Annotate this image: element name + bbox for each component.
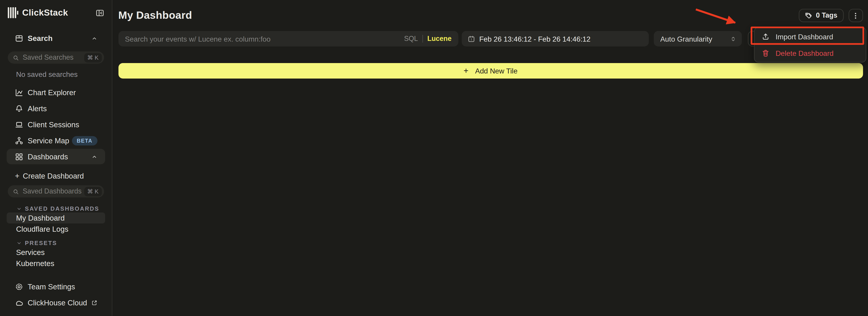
chevron-up-icon [91,35,97,41]
dashboard-menu-button[interactable] [848,9,863,22]
search-section-icon [15,34,23,42]
calendar-icon: 1 [468,35,475,42]
dashboards-grid-icon [15,152,23,161]
menu-item-label: Import Dashboard [775,32,833,41]
select-chevrons-icon [730,36,736,42]
sql-toggle[interactable]: SQL [404,35,418,42]
list-item-label: Kubernetes [16,259,54,268]
trash-icon [762,49,769,57]
bell-icon [15,105,23,113]
section-label: SAVED DASHBOARDS [25,205,99,212]
sidebar-item-alerts[interactable]: Alerts [6,101,105,117]
menu-item-import-dashboard[interactable]: Import Dashboard [754,28,866,45]
sidebar-item-label: Chart Explorer [28,89,76,97]
search-icon [13,55,19,61]
service-map-icon [15,137,23,145]
tags-button[interactable]: 0 Tags [799,9,843,22]
menu-item-label: Delete Dashboard [775,49,833,58]
clickstack-logo-icon [8,7,18,18]
dashboard-actions-menu: Import Dashboard Delete Dashboard [754,27,866,63]
svg-text:1: 1 [470,37,472,41]
preset-list-item-services[interactable]: Services [6,247,105,258]
cloud-icon [15,299,23,307]
main-header: My Dashboard 0 Tags [118,8,863,23]
sidebar-item-label: ClickHouse Cloud [28,299,87,307]
chevron-up-icon [91,153,97,160]
dashboard-list-item-cloudflare-logs[interactable]: Cloudflare Logs [6,223,105,235]
divider [422,35,423,42]
sidebar-nav: Chart Explorer Alerts Client Sessions [6,84,105,164]
sidebar-item-label: Team Settings [28,283,75,291]
list-item-label: My Dashboard [16,214,65,222]
gear-icon [15,283,23,291]
upload-icon [762,33,769,40]
tags-label: 0 Tags [816,11,837,19]
menu-item-delete-dashboard[interactable]: Delete Dashboard [754,45,866,61]
sidebar-item-label: Client Sessions [28,120,79,129]
shortcut-badge: ⌘ K [84,53,102,62]
section-presets[interactable]: PRESETS [6,239,105,247]
tags-icon [805,12,812,19]
sidebar-item-service-map[interactable]: Service Map BETA [6,133,105,149]
panel-collapse-icon [96,9,104,17]
saved-dashboards-input[interactable]: ⌘ K [8,185,104,198]
sidebar-item-team-settings[interactable]: Team Settings [6,281,105,292]
dashboard-main: My Dashboard 0 Tags [113,0,868,316]
time-range-value: Feb 26 13:46:12 - Feb 26 14:46:12 [479,35,590,43]
header-actions: 0 Tags [799,9,863,22]
query-language-toggle: SQL Lucene [404,35,452,42]
sidebar-item-label: Alerts [28,105,46,113]
sidebar-item-label: Dashboards [28,152,68,161]
add-new-tile-label: Add New Tile [475,67,517,75]
sidebar-collapse-button[interactable] [95,7,105,18]
sidebar-item-search[interactable]: Search [6,33,105,43]
sidebar-item-label: Search [28,34,53,42]
granularity-value: Auto Granularity [660,35,712,43]
event-search-box[interactable]: SQL Lucene [118,31,458,46]
lucene-toggle[interactable]: Lucene [427,35,452,42]
sidebar-item-dashboards[interactable]: Dashboards [6,149,105,164]
create-dashboard-button[interactable]: + Create Dashboard [6,171,105,181]
external-link-icon [91,300,97,306]
granularity-select[interactable]: Auto Granularity [654,31,742,46]
sidebar-item-client-sessions[interactable]: Client Sessions [6,117,105,133]
app-window: ClickStack Search [0,0,868,316]
event-search-input[interactable] [125,35,400,43]
list-item-label: Cloudflare Logs [16,225,68,233]
sidebar: ClickStack Search [0,0,113,316]
saved-searches-field[interactable] [23,54,84,61]
add-new-tile-button[interactable]: + Add New Tile [118,63,863,79]
create-dashboard-label: Create Dashboard [23,172,84,180]
laptop-icon [15,120,23,129]
list-item-label: Services [16,248,45,256]
logo-row: ClickStack [6,6,105,19]
saved-searches-input[interactable]: ⌘ K [8,51,104,64]
shortcut-badge: ⌘ K [84,187,102,196]
plus-icon: + [15,172,20,180]
app-title: ClickStack [22,8,68,17]
page-title: My Dashboard [118,9,192,22]
section-saved-dashboards[interactable]: SAVED DASHBOARDS [6,205,105,212]
search-icon [13,188,19,195]
chevron-down-icon [17,206,22,211]
section-label: PRESETS [25,240,57,246]
plus-icon: + [464,66,468,75]
sidebar-spacer [6,269,105,281]
sidebar-item-clickhouse-cloud[interactable]: ClickHouse Cloud [6,297,105,308]
sidebar-footer: Team Settings ClickHouse Cloud [6,281,105,308]
sidebar-item-label: Service Map [28,137,69,145]
no-saved-searches-text: No saved searches [6,70,105,78]
saved-dashboards-field[interactable] [23,187,84,195]
toolbar: SQL Lucene 1 Feb 26 13:46:12 - Feb 26 14… [118,31,863,46]
beta-badge: BETA [72,136,97,146]
chevron-down-icon [17,240,22,245]
time-range-picker[interactable]: 1 Feb 26 13:46:12 - Feb 26 14:46:12 [462,31,649,46]
chart-icon [15,89,23,97]
dashboard-list-item-my-dashboard[interactable]: My Dashboard [6,212,105,223]
preset-list-item-kubernetes[interactable]: Kubernetes [6,258,105,269]
sidebar-item-chart-explorer[interactable]: Chart Explorer [6,84,105,101]
kebab-menu-icon [851,11,860,20]
